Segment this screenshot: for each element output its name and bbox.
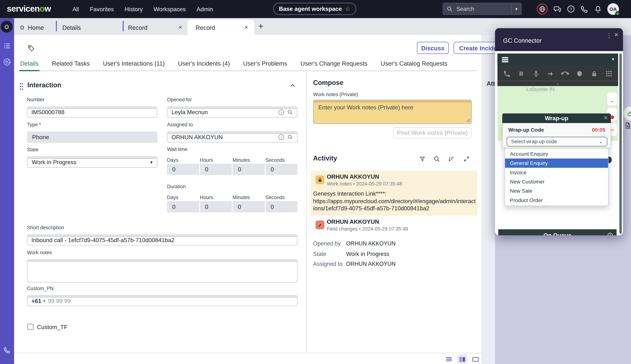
subtab-details[interactable]: Details	[19, 58, 39, 70]
drag-handle-icon[interactable]	[19, 83, 23, 90]
favorite-star-icon[interactable]: ☆	[345, 5, 350, 12]
search-input[interactable]	[455, 5, 511, 12]
activity-filter-button[interactable]	[418, 154, 426, 163]
transfer-button[interactable]	[546, 69, 555, 78]
duration-minutes-value: 0	[233, 201, 265, 212]
resize-handle[interactable]	[466, 119, 470, 122]
wrapup-option-new-customer[interactable]: New Customer	[505, 177, 608, 186]
activity-meta: Work notes • 2024-05-29 07:35:48	[327, 181, 402, 187]
help-button[interactable]: ?	[566, 4, 575, 14]
tab-record-2-close[interactable]: ✕	[244, 20, 248, 35]
sidebar-list-button[interactable]	[3, 41, 11, 50]
sidebar-analytics-button[interactable]	[3, 58, 11, 66]
document-icon[interactable]	[624, 122, 631, 131]
wrapup-option-invoice[interactable]: Invoice	[505, 168, 608, 177]
servicenow-logo[interactable]: servicenow	[7, 4, 51, 14]
tab-details[interactable]: Details	[62, 20, 81, 35]
wrapup-select-placeholder: Select wrap-up code	[511, 139, 557, 144]
wrapup-option-new-sale[interactable]: New Sale	[505, 186, 608, 196]
nav-history[interactable]: History	[125, 6, 143, 12]
subtab-users-change-requests[interactable]: User's Change Requests	[300, 58, 368, 70]
secure-pause-button[interactable]	[590, 69, 599, 78]
activity-search-button[interactable]	[432, 154, 441, 163]
list-view-button[interactable]	[444, 354, 454, 364]
chat-button[interactable]	[553, 4, 561, 14]
dialpad-button[interactable]	[604, 69, 613, 78]
info-icon[interactable]: i	[278, 134, 284, 140]
language-globe-button[interactable]	[537, 4, 548, 14]
phone-button[interactable]	[580, 4, 589, 14]
kebab-menu-icon[interactable]: ⋮	[606, 32, 612, 39]
full-view-button[interactable]	[470, 354, 480, 364]
subtab-users-problems[interactable]: User's Problems	[242, 58, 288, 70]
activity-sort-button[interactable]	[447, 154, 455, 163]
svg-text:?: ?	[569, 7, 572, 11]
state-select[interactable]: Work in Progress ▾	[27, 156, 157, 168]
hangup-button[interactable]	[561, 69, 569, 78]
activity-body-link[interactable]: https://apps.mypurecloud.com/directory/#…	[313, 198, 476, 212]
close-icon[interactable]: ✕	[614, 32, 618, 38]
interaction-expand-button[interactable]: ⌄	[607, 92, 617, 106]
record-button[interactable]	[575, 69, 584, 78]
mute-button[interactable]	[531, 69, 540, 78]
number-input[interactable]: IMS0000788	[27, 107, 157, 118]
on-queue-button[interactable]: On Queue	[498, 229, 616, 235]
tag-icon[interactable]	[28, 44, 35, 52]
nav-admin[interactable]: Admin	[197, 6, 213, 12]
wait-time-group: Days Hours Minutes Seconds 0 0 0 0	[167, 157, 297, 175]
custom-pn-input[interactable]: +61 ▾ 99 99 99	[27, 295, 298, 306]
wrapup-option-product-order[interactable]: Product Order	[505, 196, 608, 205]
short-description-input[interactable]: Inbound call - 1efcf7d9-4075-45df-a57b-7…	[27, 234, 298, 246]
tab-record-1[interactable]: Record	[128, 20, 148, 35]
collapse-chevron-icon[interactable]	[289, 82, 296, 89]
notifications-button[interactable]	[594, 4, 602, 14]
post-work-notes-button[interactable]: Post Work notes (Private)	[393, 127, 472, 138]
home-circle-button[interactable]	[0, 20, 13, 33]
search-scope-caret-icon[interactable]: ▾	[515, 6, 517, 12]
full-view-icon	[471, 355, 479, 363]
activity-expand-button[interactable]	[462, 154, 471, 163]
nav-all[interactable]: All	[73, 6, 79, 12]
hold-button[interactable]	[517, 69, 526, 78]
lookup-icon[interactable]	[287, 109, 293, 115]
brand-green-o: o	[40, 4, 45, 13]
call-button[interactable]	[502, 69, 511, 78]
gc-connector-header[interactable]: GC Connector ⋮ ✕	[495, 28, 623, 51]
dial-code[interactable]: +61	[32, 298, 41, 304]
tab-record-1-close[interactable]: ✕	[178, 20, 182, 35]
custom-tf-checkbox[interactable]	[28, 324, 34, 330]
wrapup-option-account-enquiry[interactable]: Account Enquiry	[505, 149, 608, 158]
hamburger-menu-icon[interactable]	[502, 57, 508, 64]
assigned-to-label: Assigned to	[167, 122, 193, 128]
softphone-caret-icon[interactable]: ▾	[612, 57, 614, 62]
compose-textarea[interactable]	[314, 100, 471, 124]
info-icon[interactable]: i	[278, 109, 284, 115]
workspace-pill[interactable]: Base agent workspace ☆	[273, 3, 356, 15]
wait-time-label: Wait time	[167, 146, 187, 152]
wrapup-code-select[interactable]: Select wrap-up code ⌄	[507, 137, 607, 146]
work-notes-textarea[interactable]	[27, 260, 298, 282]
discuss-button[interactable]: Discuss	[417, 42, 449, 54]
nav-workspaces[interactable]: Workspaces	[154, 6, 186, 12]
close-icon[interactable]: ✕	[603, 115, 608, 121]
lookup-icon[interactable]	[287, 134, 293, 140]
wrapup-header[interactable]: Wrap-up ✕	[502, 114, 611, 123]
dial-code-caret-icon[interactable]: ▾	[43, 299, 45, 303]
opened-for-input[interactable]: Leyla Mecnun i	[167, 107, 297, 118]
tab-home[interactable]: Home	[19, 20, 44, 35]
subtab-users-incidents[interactable]: User's Incidents (4)	[177, 58, 231, 70]
user-avatar[interactable]: OA	[607, 3, 619, 15]
tab-record-2-active[interactable]: Record ✕	[188, 20, 254, 35]
new-tab-button[interactable]: +	[258, 21, 263, 31]
split-view-button[interactable]	[457, 354, 467, 364]
global-search[interactable]: ▾	[443, 3, 521, 15]
gc-scrollbar[interactable]	[619, 54, 622, 234]
subtab-users-catalog-requests[interactable]: User's Catalog Requests	[380, 58, 448, 70]
assigned-to-input[interactable]: ORHUN AKKOYUN i	[167, 132, 297, 142]
subtab-related-tasks[interactable]: Related Tasks	[51, 58, 91, 70]
sidebar-phone-button[interactable]	[3, 346, 11, 354]
toolbar-collapse-chevron[interactable]: ⌄	[497, 81, 618, 86]
nav-favorites[interactable]: Favorites	[90, 6, 114, 12]
wrapup-option-general-enquiry[interactable]: General Enquiry	[505, 158, 608, 168]
subtab-users-interactions[interactable]: User's Interactions (11)	[102, 58, 166, 70]
